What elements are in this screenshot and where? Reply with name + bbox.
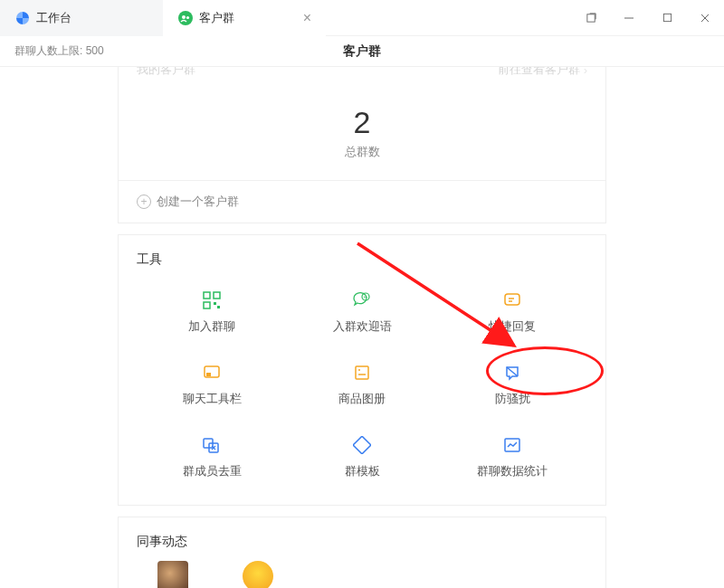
svg-point-0 (178, 11, 193, 25)
close-button[interactable] (686, 0, 724, 36)
dedup-icon (201, 434, 223, 456)
tab-label: 工作台 (36, 10, 71, 26)
svg-rect-3 (586, 14, 594, 22)
summary-header: 我的客户群 前往查看客户群 › (119, 67, 605, 83)
colleague-item[interactable] (222, 561, 294, 588)
template-icon (351, 434, 373, 456)
svg-point-2 (186, 15, 189, 18)
workbench-icon (14, 10, 31, 26)
view-groups-link[interactable]: 前往查看客户群 › (498, 67, 587, 78)
album-icon (351, 362, 373, 384)
tool-dedup-members[interactable]: 群成员去重 (137, 423, 287, 496)
colleague-title: 同事动态 (137, 534, 587, 550)
svg-text:Hi: Hi (364, 295, 367, 299)
tool-product-album[interactable]: 商品图册 (287, 351, 437, 423)
svg-rect-20 (356, 366, 368, 379)
group-count-number: 2 (119, 105, 605, 140)
tool-chat-toolbar[interactable]: 聊天工具栏 (137, 351, 287, 423)
tool-group-template[interactable]: 群模板 (287, 423, 437, 496)
tools-card: 工具 加入群聊 Hi 入群欢迎语 快捷回复 (118, 234, 606, 506)
svg-rect-28 (353, 436, 371, 454)
my-groups-label: 我的客户群 (137, 67, 195, 78)
svg-point-1 (182, 15, 186, 19)
tool-group-stats[interactable]: 群聊数据统计 (437, 423, 587, 496)
svg-line-23 (507, 367, 518, 376)
content-area: 我的客户群 前往查看客户群 › 2 总群数 + 创建一个客户群 工具 加入群聊 (0, 67, 724, 588)
svg-rect-12 (217, 306, 220, 308)
colleague-item[interactable] (137, 561, 209, 588)
tools-title: 工具 (137, 251, 587, 268)
tool-welcome-message[interactable]: Hi 入群欢迎语 (287, 279, 437, 351)
group-limit-text: 群聊人数上限: 500 (14, 43, 104, 59)
svg-rect-8 (204, 292, 210, 299)
group-count-label: 总群数 (119, 144, 605, 160)
stats-icon (501, 434, 523, 456)
qrcode-icon (201, 289, 223, 311)
svg-rect-15 (505, 294, 519, 305)
minimize-button[interactable] (610, 0, 648, 36)
svg-rect-10 (204, 302, 210, 308)
svg-rect-9 (214, 292, 220, 299)
group-icon (177, 10, 194, 26)
svg-point-21 (358, 369, 360, 371)
avatar-icon (243, 561, 273, 588)
window-controls (572, 0, 724, 36)
tool-anti-harassment[interactable]: 防骚扰 (437, 351, 587, 423)
svg-rect-19 (206, 373, 211, 376)
avatar-row (137, 561, 587, 588)
colleague-card: 同事动态 (118, 517, 606, 588)
maximize-button[interactable] (648, 0, 686, 36)
tool-quick-reply[interactable]: 快捷回复 (437, 279, 587, 351)
chevron-right-icon: › (584, 67, 587, 77)
avatar-icon (157, 561, 188, 588)
title-bar: 工作台 客户群 × (0, 0, 724, 36)
plus-icon: + (137, 194, 151, 209)
tab-label: 客户群 (199, 10, 234, 26)
tool-join-group[interactable]: 加入群聊 (137, 279, 287, 351)
tools-grid: 加入群聊 Hi 入群欢迎语 快捷回复 聊天工具栏 (137, 279, 587, 496)
summary-card: 我的客户群 前往查看客户群 › 2 总群数 + 创建一个客户群 (118, 67, 606, 223)
svg-rect-5 (663, 14, 671, 21)
toolbar-icon (201, 362, 223, 384)
tab-close-button[interactable]: × (303, 10, 311, 26)
tab-workbench[interactable]: 工作台 (0, 0, 163, 36)
svg-rect-11 (214, 302, 216, 305)
sub-header: 群聊人数上限: 500 客户群 (0, 36, 724, 67)
open-external-button[interactable] (572, 0, 610, 36)
create-group-button[interactable]: + 创建一个客户群 (119, 181, 605, 223)
message-icon (501, 289, 523, 311)
tab-customer-group[interactable]: 客户群 × (163, 0, 326, 36)
block-chat-icon (501, 362, 523, 384)
page-title: 客户群 (343, 43, 381, 60)
speech-hi-icon: Hi (351, 289, 373, 311)
